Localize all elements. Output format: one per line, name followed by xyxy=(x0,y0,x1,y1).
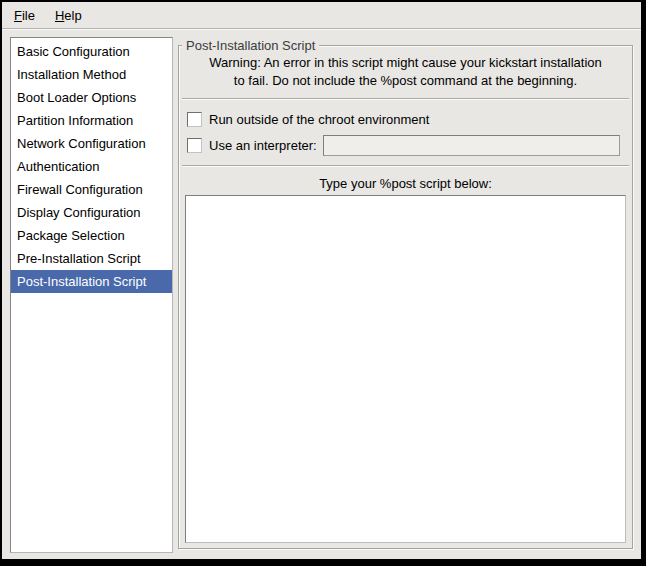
warning-text: Warning: An error in this script might c… xyxy=(179,54,632,90)
sidebar-item-partition-information[interactable]: Partition Information xyxy=(11,109,172,132)
sidebar-item-network-configuration[interactable]: Network Configuration xyxy=(11,132,172,155)
section-list: Basic Configuration Installation Method … xyxy=(10,37,173,553)
menu-help[interactable]: Help xyxy=(49,5,88,26)
sidebar-item-pre-installation-script[interactable]: Pre-Installation Script xyxy=(11,247,172,270)
sidebar-item-post-installation-script[interactable]: Post-Installation Script xyxy=(11,270,172,293)
menu-file-mnemonic: F xyxy=(14,8,22,23)
menu-bar: File Help xyxy=(2,2,641,29)
interpreter-checkbox[interactable] xyxy=(187,138,202,153)
chroot-checkbox[interactable] xyxy=(187,112,202,127)
script-instruction-label: Type your %post script below: xyxy=(179,176,632,191)
menu-help-mnemonic: H xyxy=(55,8,64,23)
sidebar-item-display-configuration[interactable]: Display Configuration xyxy=(11,201,172,224)
post-script-textarea[interactable] xyxy=(185,195,626,543)
chroot-checkbox-label[interactable]: Run outside of the chroot environment xyxy=(209,112,429,127)
warning-line-1: Warning: An error in this script might c… xyxy=(179,54,632,72)
interpreter-checkbox-row: Use an interpreter: xyxy=(187,133,624,157)
menu-help-label: elp xyxy=(64,8,81,23)
menu-file-label: ile xyxy=(22,8,35,23)
menu-file[interactable]: File xyxy=(8,5,41,26)
sidebar-item-basic-configuration[interactable]: Basic Configuration xyxy=(11,40,172,63)
sidebar-item-boot-loader-options[interactable]: Boot Loader Options xyxy=(11,86,172,109)
kickstart-configurator-window: File Help Basic Configuration Installati… xyxy=(2,2,641,559)
interpreter-checkbox-label[interactable]: Use an interpreter: xyxy=(209,138,317,153)
separator xyxy=(182,98,629,100)
post-installation-script-frame: Post-Installation Script Warning: An err… xyxy=(178,45,633,549)
separator xyxy=(182,165,629,167)
frame-title: Post-Installation Script xyxy=(182,38,319,53)
sidebar-item-authentication[interactable]: Authentication xyxy=(11,155,172,178)
chroot-checkbox-row: Run outside of the chroot environment xyxy=(187,107,624,131)
sidebar-item-package-selection[interactable]: Package Selection xyxy=(11,224,172,247)
sidebar-item-firewall-configuration[interactable]: Firewall Configuration xyxy=(11,178,172,201)
sidebar-item-installation-method[interactable]: Installation Method xyxy=(11,63,172,86)
warning-line-2: to fail. Do not include the %post comman… xyxy=(179,72,632,90)
interpreter-entry[interactable] xyxy=(323,135,620,156)
